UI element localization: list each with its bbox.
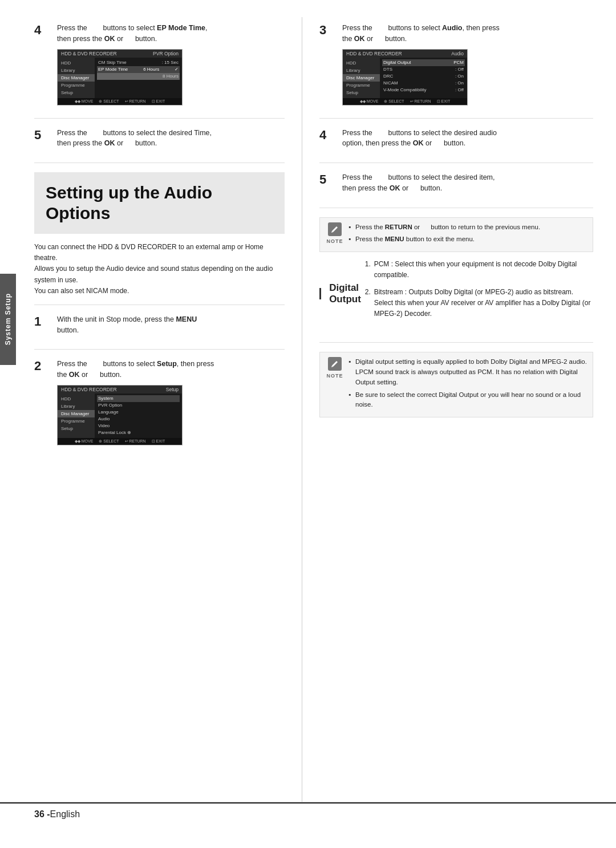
screen-audio-sidebar: HDD Library Disc Manager Programme Setup <box>343 58 380 98</box>
setup-sidebar-library: Library <box>58 403 95 410</box>
step-2-content: Press the buttons to select Setup, then … <box>57 359 285 449</box>
note-item-return: Press the RETURN or button to return to … <box>348 222 540 233</box>
video-label: Video <box>98 423 110 428</box>
screen-row-ep: EP Mode Time 6 Hours ✓ <box>97 66 180 73</box>
ok-bold-4l: OK <box>104 35 115 43</box>
note-text-1: Press the RETURN or button to return to … <box>348 222 540 247</box>
digital-output-label: Digital Output <box>329 282 363 305</box>
setup-footer-select: ⊕ SELECT <box>99 439 119 444</box>
step-num-2: 2 <box>34 359 51 449</box>
setup-row-system: System <box>97 395 180 402</box>
footer-exit: ⊡ EXIT <box>152 99 165 104</box>
step-5-left-text: Press the buttons to select the desired … <box>57 128 285 149</box>
audio-footer-exit: ⊡ EXIT <box>437 99 451 104</box>
step-3-right-content: Press the buttons to select Audio, then … <box>342 23 593 109</box>
audio-sidebar-library: Library <box>343 67 380 74</box>
audio-row-vmode: V-Mode Compatibility : Off <box>382 87 465 94</box>
dts-value: : Off <box>455 67 464 72</box>
dts-label: DTS <box>383 67 392 72</box>
parental-label: Parental Lock ⊕ <box>98 430 131 435</box>
item-text-1: PCM : Select this when your equipment is… <box>374 259 593 281</box>
step-5-left-content: Press the buttons to select the desired … <box>57 128 285 154</box>
sidebar-setup: Setup <box>58 89 95 96</box>
audio-row-nicam: NICAM : On <box>382 80 465 87</box>
ok-bold-3r: OK <box>354 35 365 43</box>
drc-label: DRC <box>383 74 393 79</box>
audio-sidebar-hdd: HDD <box>343 59 380 67</box>
nicam-label: NICAM <box>383 80 398 86</box>
digital-output-section: Digital Output 1. PCM : Select this when… <box>319 259 593 343</box>
audio-footer-select: ⊕ SELECT <box>384 99 404 104</box>
step-5-right-content: Press the buttons to select the desired … <box>342 172 593 198</box>
digital-output-item-1: 1. PCM : Select this when your equipment… <box>365 259 593 281</box>
note-block-2: NOTE Digital output setting is equally a… <box>319 352 593 417</box>
step-2-text: Press the buttons to select Setup, then … <box>57 359 285 380</box>
note-2-item-1: Digital output setting is equally applie… <box>348 357 587 387</box>
note-list-2: Digital output setting is equally applie… <box>348 357 587 410</box>
ok-bold-4r: OK <box>413 139 424 147</box>
step-4-left-text: Press the buttons to select EP Mode Time… <box>57 23 285 44</box>
note-icon-2: NOTE <box>326 357 344 412</box>
side-tab: System Setup <box>0 274 16 365</box>
ok-bold-2: OK <box>69 371 80 379</box>
description-text: You can connect the HDD & DVD RECORDER t… <box>34 242 285 305</box>
screen-pvr-body: HDD Library Disc Manager Programme Setup… <box>58 58 182 98</box>
screen-audio-body: HDD Library Disc Manager Programme Setup… <box>343 58 467 98</box>
lang-label: Language <box>98 409 119 415</box>
screen-setup-header-left: HDD & DVD RECORDER <box>61 387 117 392</box>
step-num-4-left: 4 <box>34 23 51 109</box>
vmode-label: V-Mode Compatibility <box>383 87 427 92</box>
step-3-right: 3 Press the buttons to select Audio, the… <box>319 23 593 119</box>
step-4-right: 4 Press the buttons to select the desire… <box>319 128 593 164</box>
screen-audio-header: HDD & DVD RECORDER Audio <box>343 50 467 58</box>
note-label-2: NOTE <box>326 372 343 380</box>
step-num-3-right: 3 <box>319 23 337 109</box>
screen-row-cm: CM Skip Time : 15 Sec <box>97 59 180 66</box>
note-item-menu: Press the MENU button to exit the menu. <box>348 234 540 245</box>
screen-setup-sidebar: HDD Library Disc Manager Programme Setup <box>58 393 95 438</box>
audio-footer-move: ◆◆ MOVE <box>360 99 379 104</box>
digital-output-list: 1. PCM : Select this when your equipment… <box>363 259 593 325</box>
step-4-right-text: Press the buttons to select the desired … <box>342 128 593 149</box>
screen-audio: HDD & DVD RECORDER Audio HDD Library Dis… <box>342 49 468 106</box>
sidebar-programme: Programme <box>58 82 95 89</box>
digital-label: Digital Output <box>383 60 411 65</box>
desc-1: You can connect the HDD & DVD RECORDER t… <box>34 242 285 263</box>
8h-label <box>98 74 99 79</box>
note-block-1: NOTE Press the RETURN or button to retur… <box>319 217 593 253</box>
step-num-1: 1 <box>34 314 51 340</box>
setup-bold: Setup <box>157 360 177 368</box>
screen-pvr-header-right: PVR Option <box>153 51 179 56</box>
section-title-text: Setting up the Audio Options <box>46 182 273 224</box>
screen-setup-main: System PVR Option Language Audio <box>95 393 182 438</box>
return-bold: RETURN <box>385 224 412 230</box>
screen-setup-footer: ◆◆ MOVE ⊕ SELECT ↩ RETURN ⊡ EXIT <box>58 438 182 445</box>
screen-audio-header-left: HDD & DVD RECORDER <box>346 51 402 56</box>
sidebar-hdd: HDD <box>58 59 95 67</box>
menu-bold: MENU <box>176 315 197 323</box>
screen-pvr-sidebar: HDD Library Disc Manager Programme Setup <box>58 58 95 98</box>
screen-audio-main: Digital Output PCM DTS : Off DRC : On <box>380 58 467 98</box>
step-1-text: With the unit in Stop mode, press the ME… <box>57 314 285 336</box>
digital-output-title: Digital Output <box>319 261 363 326</box>
page-language: English <box>50 809 80 819</box>
audio-row-dts: DTS : Off <box>382 66 465 73</box>
setup-row-pvr: PVR Option <box>97 402 180 409</box>
screen-pvr-header: HDD & DVD RECORDER PVR Option <box>58 50 182 58</box>
pvr-label: PVR Option <box>98 403 122 408</box>
audio-sidebar-setup: Setup <box>343 89 380 96</box>
note-icon-1: NOTE <box>326 222 344 247</box>
step-1: 1 With the unit in Stop mode, press the … <box>34 314 285 350</box>
screen-audio-header-right: Audio <box>451 51 464 56</box>
step-num-5-right: 5 <box>319 172 337 198</box>
pencil-svg-2 <box>331 360 339 368</box>
note-2-item-2: Be sure to select the correct Digital Ou… <box>348 390 587 411</box>
step-4-right-content: Press the buttons to select the desired … <box>342 128 593 154</box>
screen-pvr-main: CM Skip Time : 15 Sec EP Mode Time 6 Hou… <box>95 58 182 98</box>
digital-value: PCM <box>453 60 464 65</box>
ok-bold-5l: OK <box>104 139 115 147</box>
footer-move: ◆◆ MOVE <box>75 99 94 104</box>
drc-value: : On <box>455 74 464 79</box>
screen-setup-header-right: Setup <box>166 387 179 392</box>
screen-pvr-header-left: HDD & DVD RECORDER <box>61 51 117 56</box>
